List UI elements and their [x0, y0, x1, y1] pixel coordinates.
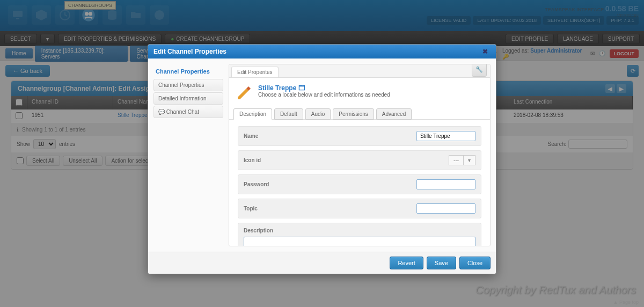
subtab-default[interactable]: Default	[274, 108, 303, 120]
field-row-password: Password	[238, 174, 481, 194]
pencil-icon	[236, 84, 253, 101]
field-row-icon: Icon id --- ▾	[238, 150, 481, 170]
topic-input[interactable]	[416, 203, 475, 214]
sub-tabs: Description Default Audio Permissions Ad…	[229, 108, 490, 120]
sidebar-item-chat[interactable]: 💬 Channel Chat	[153, 106, 223, 118]
form-fields: Name Icon id --- ▾ Password Topic	[229, 120, 490, 246]
subtab-permissions[interactable]: Permissions	[333, 108, 374, 120]
modal-title-bar: Edit Channel Properties ✖	[148, 45, 496, 59]
password-input[interactable]	[416, 179, 475, 189]
tab-edit-properties[interactable]: Edit Properites	[231, 67, 279, 77]
close-button[interactable]: Close	[459, 257, 491, 269]
name-input[interactable]	[416, 131, 475, 141]
intro-desc: Choose a locale below and edit informati…	[258, 92, 390, 98]
description-input[interactable]	[244, 237, 475, 246]
sidebar-item-detailed[interactable]: Detailed Information	[153, 92, 223, 105]
icon-dropdown-button[interactable]: ▾	[464, 155, 475, 165]
modal-title: Edit Channel Properties	[153, 48, 226, 55]
topic-label: Topic	[244, 206, 416, 211]
modal-sidebar: Channel Properties Channel Properties De…	[153, 64, 223, 246]
edit-channel-modal: Edit Channel Properties ✖ Channel Proper…	[148, 44, 496, 274]
modal-footer: Revert Save Close	[148, 252, 496, 274]
subtab-advanced[interactable]: Advanced	[376, 108, 412, 120]
modal-close-icon[interactable]: ✖	[480, 47, 491, 56]
form-intro: 🔧 Stille Treppe 🗔 Choose a locale below …	[229, 78, 490, 108]
icon-value-button[interactable]: ---	[449, 155, 464, 165]
subtab-audio[interactable]: Audio	[305, 108, 331, 120]
footer-copyright: Copyright by RedTux and Authors	[475, 284, 636, 296]
save-button[interactable]: Save	[427, 257, 456, 269]
field-row-name: Name	[238, 126, 481, 146]
description-label: Description	[244, 228, 475, 233]
page-top-link[interactable]: ▲ Page top	[613, 299, 639, 305]
modal-tab-strip: Edit Properites	[229, 64, 490, 78]
intro-name: Stille Treppe 🗔	[258, 84, 390, 92]
revert-button[interactable]: Revert	[390, 257, 423, 269]
icon-label: Icon id	[244, 157, 449, 163]
name-label: Name	[244, 133, 416, 139]
modal-main: Edit Properites 🔧 Stille Treppe 🗔 Choose…	[229, 64, 491, 246]
gear-icon[interactable]: 🔧	[472, 64, 487, 77]
field-row-topic: Topic	[238, 199, 481, 218]
password-label: Password	[244, 181, 416, 187]
subtab-description[interactable]: Description	[233, 108, 272, 120]
sidebar-item-properties[interactable]: Channel Properties	[153, 79, 223, 91]
field-row-description: Description	[238, 223, 481, 246]
sidebar-title: Channel Properties	[153, 64, 223, 79]
